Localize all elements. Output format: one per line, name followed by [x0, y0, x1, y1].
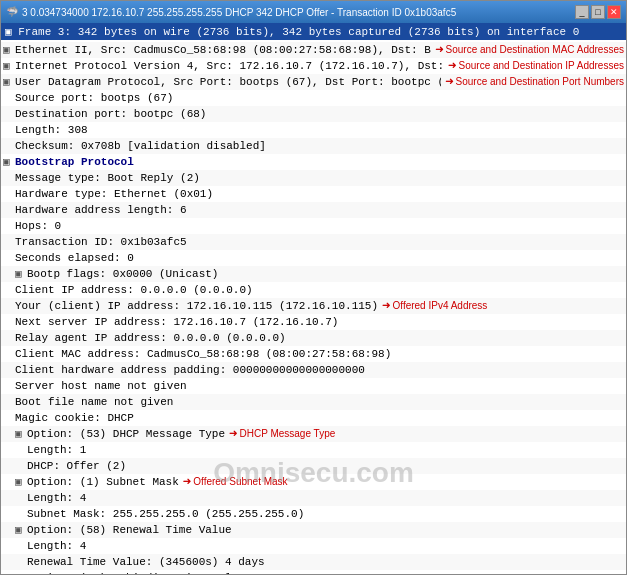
list-item: Client hardware address padding: 0000000… [1, 362, 626, 378]
item-text: Relay agent IP address: 0.0.0.0 (0.0.0.0… [15, 330, 286, 346]
list-item: Server host name not given [1, 378, 626, 394]
item-text: Length: 308 [15, 122, 88, 138]
list-item: Client IP address: 0.0.0.0 (0.0.0.0) [1, 282, 626, 298]
window-title: 3 0.034734000 172.16.10.7 255.255.255.25… [22, 7, 456, 18]
list-item: Hardware type: Ethernet (0x01) [1, 186, 626, 202]
list-item: Renewal Time Value: (345600s) 4 days [1, 554, 626, 570]
item-text: Length: 4 [27, 538, 86, 554]
list-item: Hops: 0 [1, 218, 626, 234]
list-item: Client MAC address: CadmusCo_58:68:98 (0… [1, 346, 626, 362]
item-text: Length: 1 [27, 442, 86, 458]
item-text: Next server IP address: 172.16.10.7 (172… [15, 314, 338, 330]
list-item: Subnet Mask: 255.255.255.0 (255.255.255.… [1, 506, 626, 522]
item-text: Source port: bootps (67) [15, 90, 173, 106]
item-text: Checksum: 0x708b [validation disabled] [15, 138, 266, 154]
arrow-icon: ➜ [435, 42, 443, 58]
list-item: Hardware address length: 6 [1, 202, 626, 218]
list-item: Transaction ID: 0x1b03afc5 [1, 234, 626, 250]
annotation-text-ip: Source and Destination IP Addresses [459, 58, 624, 74]
row-content: ▣ Option: (1) Subnet Mask ➜ Offered Subn… [3, 474, 624, 490]
list-item[interactable]: ▣ Ethernet II, Src: CadmusCo_58:68:98 (0… [1, 42, 626, 58]
list-item[interactable]: ▣ Option: (58) Renewal Time Value [1, 522, 626, 538]
list-item: Boot file name not given [1, 394, 626, 410]
arrow-icon: ➜ [382, 298, 390, 314]
annotation-udp: ➜ Source and Destination Port Numbers [445, 74, 624, 90]
list-item: Checksum: 0x708b [validation disabled] [1, 138, 626, 154]
item-text: Client MAC address: CadmusCo_58:68:98 (0… [15, 346, 391, 362]
list-item: Next server IP address: 172.16.10.7 (172… [1, 314, 626, 330]
item-text: Message type: Boot Reply (2) [15, 170, 200, 186]
app-icon: 🦈 [6, 6, 18, 18]
packet-tree[interactable]: Omnisecu.com ▣ Ethernet II, Src: CadmusC… [1, 40, 626, 574]
row-content: Your (client) IP address: 172.16.10.115 … [3, 298, 624, 314]
list-item: DHCP: Offer (2) [1, 458, 626, 474]
item-text: DHCP: Offer (2) [27, 458, 126, 474]
row-content: ▣ Ethernet II, Src: CadmusCo_58:68:98 (0… [3, 42, 624, 58]
item-text-yourip: Your (client) IP address: 172.16.10.115 … [15, 298, 378, 314]
annotation-opt1: ➜ Offered Subnet Mask [183, 474, 288, 490]
item-text: Hops: 0 [15, 218, 61, 234]
list-item[interactable]: ▣ User Datagram Protocol, Src Port: boot… [1, 74, 626, 90]
arrow-icon: ➜ [183, 474, 191, 490]
list-item: Message type: Boot Reply (2) [1, 170, 626, 186]
item-text: Subnet Mask: 255.255.255.0 (255.255.255.… [27, 506, 304, 522]
arrow-icon: ➜ [445, 74, 453, 90]
arrow-icon: ➜ [229, 426, 237, 442]
item-text-ip: Internet Protocol Version 4, Src: 172.16… [15, 58, 444, 74]
collapse-icon-ip[interactable]: ▣ [3, 58, 15, 74]
item-text-udp: User Datagram Protocol, Src Port: bootps… [15, 74, 441, 90]
list-item[interactable]: ▣ Internet Protocol Version 4, Src: 172.… [1, 58, 626, 74]
annotation-text-eth: Source and Destination MAC Addresses [446, 42, 624, 58]
list-item: Relay agent IP address: 0.0.0.0 (0.0.0.0… [1, 330, 626, 346]
item-text: Hardware type: Ethernet (0x01) [15, 186, 213, 202]
annotation-text-udp: Source and Destination Port Numbers [456, 74, 624, 90]
close-button[interactable]: ✕ [607, 5, 621, 19]
minimize-button[interactable]: _ [575, 5, 589, 19]
collapse-icon-opt59[interactable]: ▣ [15, 570, 27, 574]
row-content: ▣ Internet Protocol Version 4, Src: 172.… [3, 58, 624, 74]
item-text: Hardware address length: 6 [15, 202, 187, 218]
list-item: Length: 1 [1, 442, 626, 458]
annotation-text-opt53: DHCP Message Type [239, 426, 335, 442]
item-text: Server host name not given [15, 378, 187, 394]
title-bar-left: 🦈 3 0.034734000 172.16.10.7 255.255.255.… [6, 6, 456, 18]
annotation-ip: ➜ Source and Destination IP Addresses [448, 58, 624, 74]
list-item: Source port: bootps (67) [1, 90, 626, 106]
item-text-eth: Ethernet II, Src: CadmusCo_58:68:98 (08:… [15, 42, 431, 58]
item-text-opt53: Option: (53) DHCP Message Type [27, 426, 225, 442]
list-item[interactable]: ▣ Bootp flags: 0x0000 (Unicast) [1, 266, 626, 282]
collapse-icon-bootp[interactable]: ▣ [15, 266, 27, 282]
list-item[interactable]: ▣ Option: (1) Subnet Mask ➜ Offered Subn… [1, 474, 626, 490]
collapse-icon-eth[interactable]: ▣ [3, 42, 15, 58]
item-text: Magic cookie: DHCP [15, 410, 134, 426]
collapse-icon-opt58[interactable]: ▣ [15, 522, 27, 538]
arrow-icon: ➜ [448, 58, 456, 74]
annotation-text-opt1: Offered Subnet Mask [193, 474, 287, 490]
annotation-opt53: ➜ DHCP Message Type [229, 426, 335, 442]
annotation-yourip: ➜ Offered IPv4 Address [382, 298, 487, 314]
item-text: Transaction ID: 0x1b03afc5 [15, 234, 187, 250]
list-item: Seconds elapsed: 0 [1, 250, 626, 266]
row-content: ▣ Option: (53) DHCP Message Type ➜ DHCP … [3, 426, 624, 442]
title-bar: 🦈 3 0.034734000 172.16.10.7 255.255.255.… [1, 1, 626, 23]
list-item: Destination port: bootpc (68) [1, 106, 626, 122]
item-text: Renewal Time Value: (345600s) 4 days [27, 554, 265, 570]
collapse-icon-boot[interactable]: ▣ [3, 154, 15, 170]
list-item: Length: 308 [1, 122, 626, 138]
item-text-opt59: Option: (59) Rebinding Time Value [27, 570, 245, 574]
list-item[interactable]: ▣ Bootstrap Protocol [1, 154, 626, 170]
annotation-text-yourip: Offered IPv4 Address [393, 298, 488, 314]
annotation-eth: ➜ Source and Destination MAC Addresses [435, 42, 624, 58]
window-controls[interactable]: _ □ ✕ [575, 5, 621, 19]
list-item: Magic cookie: DHCP [1, 410, 626, 426]
list-item[interactable]: ▣ Option: (53) DHCP Message Type ➜ DHCP … [1, 426, 626, 442]
list-item[interactable]: ▣ Option: (59) Rebinding Time Value [1, 570, 626, 574]
item-text: Seconds elapsed: 0 [15, 250, 134, 266]
maximize-button[interactable]: □ [591, 5, 605, 19]
collapse-icon-opt1[interactable]: ▣ [15, 474, 27, 490]
main-window: 🦈 3 0.034734000 172.16.10.7 255.255.255.… [0, 0, 627, 575]
list-item: Length: 4 [1, 490, 626, 506]
collapse-icon-opt53[interactable]: ▣ [15, 426, 27, 442]
item-text: Length: 4 [27, 490, 86, 506]
collapse-icon-udp[interactable]: ▣ [3, 74, 15, 90]
